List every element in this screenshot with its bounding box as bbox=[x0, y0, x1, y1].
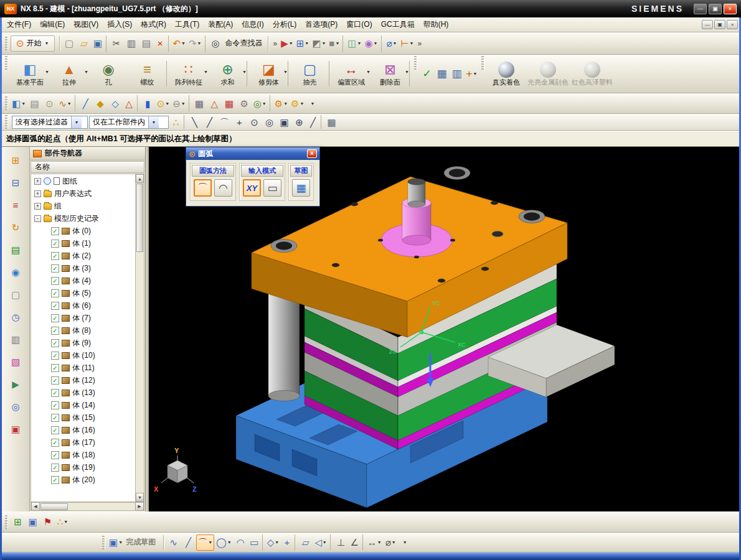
datum-plane-small-icon[interactable]: ◧▼ bbox=[11, 95, 27, 111]
info-icon[interactable]: ◉ bbox=[7, 264, 24, 280]
tree-item-body[interactable]: ✓ 体 (8) bbox=[31, 324, 135, 337]
toolbar-grip[interactable] bbox=[5, 37, 8, 50]
torus-icon[interactable]: ⊙▼ bbox=[156, 95, 171, 111]
boolean-subtract-icon[interactable]: ⊖▼ bbox=[171, 95, 189, 111]
checkbox-checked-icon[interactable]: ✓ bbox=[51, 376, 59, 385]
tree-item-body[interactable]: ✓ 体 (5) bbox=[31, 287, 135, 299]
restore-button[interactable]: ▣ bbox=[709, 4, 722, 14]
tree-item-model-history[interactable]: - 模型历史记录 bbox=[31, 212, 135, 225]
grid-snap-icon[interactable]: ▦ bbox=[324, 115, 339, 129]
checkbox-checked-icon[interactable]: ✓ bbox=[51, 464, 59, 472]
tree-item-body[interactable]: ✓ 体 (15) bbox=[31, 411, 135, 424]
checkbox-checked-icon[interactable]: ✓ bbox=[51, 364, 59, 372]
snap-point-menu-icon[interactable]: ∴ bbox=[170, 115, 184, 129]
cascade-window-icon[interactable]: ▣ bbox=[26, 514, 40, 530]
toolbar-grip[interactable] bbox=[102, 536, 105, 549]
checkbox-checked-icon[interactable]: ✓ bbox=[51, 314, 59, 322]
spreadsheet-icon[interactable]: ▦ bbox=[222, 95, 237, 111]
background-color-icon[interactable]: ■▼ bbox=[328, 35, 343, 52]
menu-item[interactable]: 格式(R) bbox=[136, 17, 171, 32]
tangent-snap-icon[interactable]: ╱ bbox=[307, 115, 321, 129]
dialog-title-bar[interactable]: ⊙ 圆弧 × bbox=[186, 147, 319, 160]
toolbar-options-arrow[interactable]: ▼ bbox=[310, 101, 314, 106]
checkbox-checked-icon[interactable]: ✓ bbox=[51, 352, 59, 360]
command-finder[interactable]: 命令查找器 bbox=[223, 38, 265, 49]
tree-item-body[interactable]: ✓ 体 (16) bbox=[31, 424, 135, 436]
finish-sketch-button[interactable]: ▣▼ bbox=[108, 534, 124, 551]
view-table-icon[interactable]: ▦ bbox=[435, 66, 449, 82]
menu-item[interactable]: 插入(S) bbox=[103, 17, 136, 32]
tree-item-body[interactable]: ✓ 体 (9) bbox=[31, 337, 135, 349]
tree-item-body[interactable]: ✓ 体 (14) bbox=[31, 399, 135, 411]
bookmark-icon[interactable]: ⚑ bbox=[40, 514, 55, 530]
toolbar-grip[interactable] bbox=[481, 56, 484, 70]
arc-center-button[interactable]: ◠ bbox=[214, 179, 232, 197]
undo-icon[interactable]: ↶▼ bbox=[172, 35, 187, 52]
checkbox-checked-icon[interactable]: ✓ bbox=[51, 401, 59, 409]
process-studio-icon[interactable]: ▶ bbox=[7, 376, 24, 392]
checkbox-checked-icon[interactable]: ✓ bbox=[51, 240, 59, 248]
diameter-dimension-icon[interactable]: ⌀▼ bbox=[384, 534, 398, 551]
new-window-icon[interactable]: ⊞ bbox=[11, 514, 25, 530]
scroll-down-icon[interactable]: ▼ bbox=[136, 493, 144, 502]
tree-item-body[interactable]: ✓ 体 (11) bbox=[31, 362, 135, 374]
paste-icon[interactable]: ▤ bbox=[139, 35, 154, 52]
profile-icon[interactable]: ∿ bbox=[166, 534, 181, 551]
tree-item-body[interactable]: ✓ 体 (2) bbox=[31, 250, 135, 262]
checkbox-checked-icon[interactable]: ✓ bbox=[51, 451, 59, 459]
selection-arrow-icon[interactable]: ▶▼ bbox=[280, 35, 294, 52]
pattern-feature-button[interactable]: ∷ 阵列特征 ▼ bbox=[169, 61, 208, 87]
ok-check-icon[interactable]: ✓ bbox=[420, 66, 434, 82]
datum-plane-button[interactable]: ◧ 基准平面 ▼ bbox=[11, 61, 49, 87]
save-icon[interactable]: ▣ bbox=[92, 35, 106, 52]
delete-icon[interactable]: × bbox=[154, 35, 169, 52]
angle-constraint-icon[interactable]: ∠ bbox=[349, 534, 363, 551]
horizontal-scrollbar[interactable]: ◀ ▶ bbox=[31, 502, 144, 511]
cut-icon[interactable]: ✂ bbox=[110, 35, 124, 52]
checkbox-checked-icon[interactable]: ✓ bbox=[51, 264, 59, 273]
extrude-button[interactable]: ▲ 拉伸 ▼ bbox=[50, 61, 88, 87]
checkbox-checked-icon[interactable]: ✓ bbox=[51, 476, 59, 484]
arc-snap-icon[interactable]: ⌒ bbox=[217, 115, 232, 129]
new-file-icon[interactable]: ▢ bbox=[62, 35, 77, 52]
menu-item[interactable]: 编辑(E) bbox=[35, 17, 69, 32]
toolbar-grip[interactable] bbox=[5, 56, 8, 70]
parameter-mode-button[interactable]: ▭ bbox=[263, 179, 281, 197]
scroll-up-icon[interactable]: ▲ bbox=[136, 174, 144, 183]
triangle-analysis-icon[interactable]: △ bbox=[207, 95, 222, 111]
perpendicular-constraint-icon[interactable]: ⊥ bbox=[334, 534, 348, 551]
red-plastic-button[interactable]: 红色高泽塑料 bbox=[570, 61, 614, 87]
existing-point-snap-icon[interactable]: ⊕ bbox=[292, 115, 306, 129]
palette-icon[interactable]: ▧ bbox=[7, 353, 24, 370]
checkbox-checked-icon[interactable]: ✓ bbox=[51, 389, 59, 397]
menu-item[interactable]: 信息(I) bbox=[237, 17, 268, 32]
target-point-icon[interactable]: ◎▼ bbox=[252, 95, 270, 111]
tree-item-groups[interactable]: + 组 bbox=[31, 200, 135, 212]
measure-distance-icon[interactable]: ⌀▼ bbox=[385, 35, 399, 52]
mdi-restore-button[interactable]: ▣ bbox=[714, 20, 725, 29]
history-icon[interactable]: ◷ bbox=[7, 309, 24, 325]
tree-item-body[interactable]: ✓ 体 (19) bbox=[31, 461, 135, 474]
sketch-button[interactable]: ▦ bbox=[292, 179, 310, 197]
scroll-right-icon[interactable]: ▶ bbox=[135, 502, 144, 511]
delete-face-button[interactable]: ⊠ 删除面 ▼ bbox=[371, 61, 410, 87]
mdi-minimize-button[interactable]: — bbox=[702, 20, 713, 29]
toolbar-grip[interactable] bbox=[414, 56, 417, 70]
overflow-chevron[interactable]: » bbox=[418, 39, 422, 48]
dimension-icon[interactable]: ↔▼ bbox=[366, 534, 383, 551]
rectangle-icon[interactable]: ▭ bbox=[248, 534, 263, 551]
visual-effects-icon[interactable]: ◉▼ bbox=[363, 35, 381, 52]
expander-icon[interactable]: + bbox=[34, 178, 41, 185]
toolbar-options-arrow[interactable]: ▼ bbox=[403, 540, 407, 544]
circle-icon[interactable]: ◯▼ bbox=[215, 534, 233, 551]
line-icon[interactable]: ╱ bbox=[181, 534, 196, 551]
close-button[interactable]: × bbox=[724, 4, 737, 14]
checkbox-checked-icon[interactable]: ✓ bbox=[51, 426, 59, 434]
endpoint-snap-icon[interactable]: ╲ bbox=[187, 115, 202, 129]
arc-icon[interactable]: ⌒▼ bbox=[196, 534, 214, 551]
expander-icon[interactable]: + bbox=[34, 190, 41, 197]
open-folder-icon[interactable]: ▱ bbox=[77, 35, 92, 52]
offset-curve-icon[interactable]: ▱ bbox=[298, 534, 313, 551]
minimize-button[interactable]: — bbox=[694, 4, 707, 14]
menu-item[interactable]: 装配(A) bbox=[204, 17, 237, 32]
